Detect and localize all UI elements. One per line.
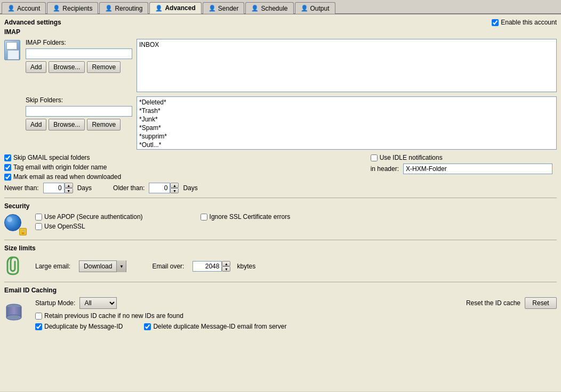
- older-spinner-btns: ▲ ▼: [170, 183, 179, 193]
- security-icon: 🔒: [4, 213, 27, 235]
- dedup-row: Deduplicate by Message-ID: [35, 323, 123, 330]
- tab-schedule[interactable]: 👤 Schedule: [245, 2, 293, 14]
- recipients-tab-icon: 👤: [53, 5, 60, 12]
- advanced-settings-label: Advanced settings: [4, 19, 61, 26]
- email-over-spinner-btns: ▲ ▼: [222, 261, 230, 272]
- skip-gmail-checkbox[interactable]: [4, 154, 11, 161]
- newer-input[interactable]: [43, 183, 65, 193]
- account-tab-icon: 👤: [7, 5, 15, 12]
- tab-account[interactable]: 👤 Account: [2, 2, 46, 14]
- skip-folders-input-row: [26, 106, 132, 117]
- newer-down-btn[interactable]: ▼: [65, 188, 73, 193]
- divider-3: [4, 282, 557, 282]
- use-apop-row: Use APOP (Secure authentication): [35, 213, 143, 220]
- ignore-ssl-checkbox[interactable]: [201, 214, 207, 220]
- skip-folders-list[interactable]: *Deleted* *Trash* *Junk* *Spam* *supprim…: [137, 96, 557, 150]
- tab-recipients[interactable]: 👤 Recipients: [47, 2, 98, 14]
- email-over-down-btn[interactable]: ▼: [222, 266, 230, 272]
- in-header-input[interactable]: [403, 164, 552, 174]
- imap-folders-input[interactable]: [26, 48, 132, 59]
- older-unit: Days: [183, 184, 197, 192]
- size-header: Size limits: [4, 244, 557, 252]
- reset-btn[interactable]: Reset: [525, 297, 557, 309]
- enable-account-row: Enable this account: [492, 19, 557, 26]
- skip-folders-row: Skip Folders: Add Browse... Remove *Dele…: [26, 96, 557, 150]
- older-input[interactable]: [149, 183, 170, 193]
- cache-startup-row: Startup Mode: All None Recent Reset the …: [4, 297, 557, 330]
- tag-email-label: Tag email with origin folder name: [13, 164, 107, 171]
- tab-output[interactable]: 👤 Output: [295, 2, 335, 14]
- email-over-up-btn[interactable]: ▲: [222, 261, 230, 266]
- security-row: 🔒 Use APOP (Secure authentication) Use O…: [4, 213, 557, 235]
- dedup-checkbox[interactable]: [35, 323, 42, 330]
- options-right: Use IDLE notifications in header:: [371, 154, 552, 181]
- cache-header: Email ID Caching: [4, 287, 557, 294]
- skip-folders-add-btn[interactable]: Add: [26, 119, 46, 130]
- advanced-tab-icon: 👤: [155, 5, 163, 12]
- dropdown-arrow[interactable]: ▼: [116, 260, 126, 272]
- use-idle-row: Use IDLE notifications: [371, 154, 552, 161]
- download-option: Download: [79, 263, 116, 270]
- use-idle-checkbox[interactable]: [371, 154, 378, 161]
- retain-cache-checkbox[interactable]: [35, 313, 42, 320]
- tab-rerouting[interactable]: 👤 Rerouting: [99, 2, 148, 14]
- reset-cache-group: Reset the ID cache Reset: [466, 297, 557, 309]
- main-content: Advanced settings Enable this account IM…: [0, 14, 561, 391]
- mark-read-checkbox[interactable]: [4, 174, 11, 181]
- clip-icon: [4, 255, 21, 275]
- delete-dup-checkbox[interactable]: [144, 323, 151, 330]
- list-item: *Spam*: [138, 124, 555, 132]
- newer-up-btn[interactable]: ▲: [65, 183, 73, 188]
- imap-folders-remove-btn[interactable]: Remove: [87, 61, 121, 73]
- db-icon: [4, 303, 23, 323]
- email-over-label: Email over:: [152, 263, 184, 270]
- reset-label: Reset the ID cache: [466, 299, 520, 307]
- options-left: Skip GMAIL special folders Tag email wit…: [4, 154, 121, 181]
- email-over-input[interactable]: [193, 261, 222, 272]
- divider-2: [4, 240, 557, 240]
- older-down-btn[interactable]: ▼: [170, 188, 179, 193]
- tab-bar: 👤 Account 👤 Recipients 👤 Rerouting 👤 Adv…: [0, 0, 561, 14]
- enable-account-checkbox[interactable]: [492, 19, 499, 26]
- download-dropdown[interactable]: Download ▼: [79, 260, 126, 272]
- skip-folders-input[interactable]: [26, 106, 132, 117]
- skip-folders-remove-btn[interactable]: Remove: [87, 119, 121, 130]
- startup-reset-row: Startup Mode: All None Recent Reset the …: [35, 297, 557, 309]
- mark-read-label: Mark email as read when downloaded: [13, 173, 121, 181]
- ignore-ssl-row: Ignore SSL Certificate errors: [201, 213, 291, 220]
- list-item: *Deleted*: [138, 98, 555, 107]
- size-row: Large email: Download ▼ Email over: ▲ ▼ …: [4, 255, 557, 277]
- ignore-ssl-label: Ignore SSL Certificate errors: [210, 213, 291, 220]
- delete-dup-label: Delete duplicate Message-ID email from s…: [153, 323, 286, 330]
- lock-icon: 🔒: [19, 228, 27, 235]
- imap-folders-list[interactable]: INBOX: [137, 39, 557, 92]
- older-up-btn[interactable]: ▲: [170, 183, 179, 188]
- skip-folders-label: Skip Folders:: [26, 96, 132, 104]
- email-over-spinner: ▲ ▼: [193, 261, 230, 272]
- imap-folders-browse-btn[interactable]: Browse...: [49, 61, 85, 73]
- sender-tab-icon: 👤: [209, 5, 216, 12]
- output-tab-icon: 👤: [301, 5, 308, 12]
- imap-folders-label: IMAP Folders:: [26, 39, 132, 46]
- newer-label: Newer than:: [4, 184, 39, 192]
- skip-folders-control: Skip Folders: Add Browse... Remove: [26, 96, 132, 130]
- dedup-label: Deduplicate by Message-ID: [44, 323, 123, 330]
- kbytes-label: kbytes: [237, 263, 255, 270]
- skip-folders-browse-btn[interactable]: Browse...: [49, 119, 85, 130]
- older-spinner: ▲ ▼: [149, 183, 179, 193]
- startup-select[interactable]: All None Recent: [79, 297, 117, 309]
- retain-cache-row: Retain previous ID cache if no new IDs a…: [35, 312, 557, 320]
- skip-gmail-row: Skip GMAIL special folders: [4, 154, 121, 161]
- tab-advanced[interactable]: 👤 Advanced: [149, 2, 201, 14]
- security-options: Use APOP (Secure authentication) Use Ope…: [35, 213, 143, 230]
- svg-point-2: [6, 315, 21, 320]
- schedule-tab-icon: 👤: [251, 5, 259, 12]
- use-apop-checkbox[interactable]: [35, 214, 42, 220]
- tab-sender[interactable]: 👤 Sender: [203, 2, 245, 14]
- imap-folders-input-row: [26, 48, 132, 59]
- use-openssl-label: Use OpenSSL: [44, 223, 85, 230]
- tag-email-checkbox[interactable]: [4, 164, 11, 171]
- imap-folders-add-btn[interactable]: Add: [26, 61, 46, 73]
- list-item: *Outl...*: [138, 141, 555, 149]
- use-openssl-checkbox[interactable]: [35, 223, 42, 230]
